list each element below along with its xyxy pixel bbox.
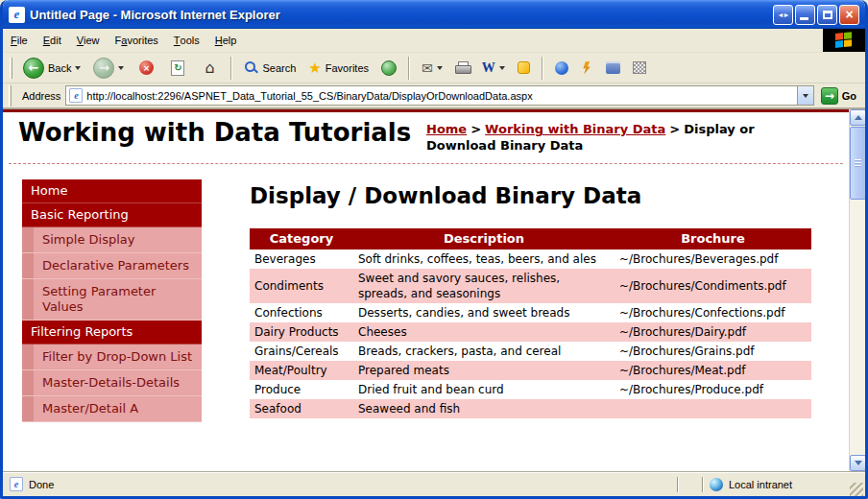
sidebar-item-setting-parameter-values[interactable]: Setting Parameter Values [22, 279, 202, 321]
mail-button[interactable]: ✉ [417, 59, 447, 78]
mail-dropdown-icon [437, 66, 443, 70]
menu-edit[interactable]: Edit [36, 29, 69, 52]
sidebar-item-master-details-details[interactable]: Master-Details-Details [22, 370, 202, 396]
arrow-down-icon [855, 461, 862, 465]
resize-grip[interactable] [850, 483, 863, 496]
mail-icon: ✉ [422, 60, 433, 76]
edit-dropdown-icon [499, 66, 505, 70]
print-icon [455, 61, 470, 74]
search-icon [244, 60, 258, 75]
refresh-icon: ↻ [171, 60, 184, 76]
sidebar-item-master-detail[interactable]: Master/Detail A [22, 396, 202, 422]
menu-tools[interactable]: Tools [166, 29, 207, 52]
arrow-up-icon [855, 115, 862, 120]
column-header-brochure: Brochure [615, 228, 811, 250]
breadcrumb-section-link[interactable]: Working with Binary Data [485, 122, 665, 136]
home-button[interactable]: ⌂ [195, 57, 224, 80]
back-button[interactable]: ← Back [18, 56, 85, 81]
address-input[interactable]: e http://localhost:2296/ASPNET_Data_Tuto… [65, 85, 813, 106]
window-arrows-button[interactable]: ◄► [773, 5, 793, 25]
forward-dropdown-icon [118, 66, 124, 70]
favorites-button[interactable]: ★ Favorites [303, 58, 374, 79]
arrows-icon: ◄► [778, 12, 789, 18]
sidebar-item-filter-by-dropdown-list[interactable]: Filter by Drop-Down List [22, 345, 202, 370]
stop-button[interactable]: × [132, 57, 160, 80]
security-zone-pane: Local intranet [706, 478, 848, 491]
toolbar-extra-button-1[interactable] [550, 59, 573, 77]
sidebar-item-filtering-reports[interactable]: Filtering Reports [22, 321, 202, 345]
chevron-down-icon [803, 94, 808, 98]
home-icon: ⌂ [200, 59, 219, 78]
stop-icon: × [139, 60, 154, 75]
back-label: Back [48, 62, 71, 74]
close-button[interactable]: × [839, 5, 859, 25]
status-empty-pane [681, 476, 700, 493]
cell-brochure: ~/Brochures/Grains.pdf [615, 342, 811, 361]
addressbar-grip[interactable] [9, 85, 12, 107]
research-icon [606, 61, 620, 74]
table-row: Dairy Products Cheeses ~/Brochures/Dairy… [250, 322, 811, 342]
menu-help[interactable]: Help [207, 29, 245, 52]
vertical-scrollbar[interactable] [849, 109, 865, 471]
toolbar-grip[interactable] [10, 58, 12, 79]
cell-brochure: ~/Brochures/Produce.pdf [615, 380, 811, 399]
status-text: Done [29, 479, 54, 490]
cell-category: Beverages [250, 250, 353, 269]
scrollbar-thumb[interactable] [850, 127, 866, 200]
go-button[interactable]: → Go [819, 87, 862, 105]
forward-button[interactable]: → [88, 56, 129, 81]
menu-view[interactable]: View [69, 29, 108, 52]
cell-category: Produce [250, 380, 353, 399]
toolbar-separator [542, 57, 543, 80]
maximize-button[interactable] [817, 5, 837, 25]
cell-brochure: ~/Brochures/Meat.pdf [615, 361, 811, 380]
sidebar-item-simple-display[interactable]: Simple Display [22, 227, 202, 253]
menu-favorites[interactable]: Favorites [108, 29, 166, 52]
breadcrumb-separator: > [669, 122, 680, 136]
favorites-star-icon: ★ [308, 59, 321, 77]
cell-description: Soft drinks, coffees, teas, beers, and a… [353, 250, 615, 269]
scroll-down-button[interactable] [850, 455, 866, 471]
url-text[interactable]: http://localhost:2296/ASPNET_Data_Tutori… [86, 90, 792, 102]
address-dropdown-button[interactable] [797, 86, 813, 105]
menu-file[interactable]: File [3, 29, 36, 52]
status-bar: e Done Local intranet [3, 471, 865, 496]
sidebar-item-home[interactable]: Home [22, 179, 202, 203]
toolbar-separator [230, 57, 232, 80]
toolbar-extra-button-3[interactable] [601, 59, 625, 76]
search-button[interactable]: Search [239, 59, 301, 77]
window-buttons: ◄► × [773, 5, 859, 25]
cell-category: Seafood [250, 399, 353, 418]
edit-with-word-button[interactable]: W [477, 59, 510, 78]
browser-window: e Untitled Page - Microsoft Internet Exp… [0, 0, 868, 499]
sidebar-item-declarative-parameters[interactable]: Declarative Parameters [22, 253, 202, 279]
search-label: Search [262, 62, 296, 74]
column-header-description: Description [353, 228, 615, 250]
refresh-button[interactable]: ↻ [163, 57, 192, 80]
breadcrumb-home-link[interactable]: Home [426, 122, 467, 136]
messenger-icon [518, 61, 530, 74]
print-button[interactable] [450, 59, 474, 76]
table-row: Produce Dried fruit and bean curd ~/Broc… [250, 380, 811, 399]
content-columns: Home Basic Reporting Simple Display Decl… [3, 164, 849, 471]
forward-icon: → [93, 58, 114, 79]
cell-brochure: ~/Brochures/Dairy.pdf [615, 322, 811, 342]
cell-category: Confections [250, 303, 353, 322]
sidebar-item-basic-reporting[interactable]: Basic Reporting [22, 203, 202, 227]
messenger-button[interactable] [513, 59, 535, 76]
security-zone-label: Local intranet [729, 479, 792, 490]
scroll-up-button[interactable] [850, 109, 866, 126]
column-header-category: Category [250, 228, 353, 250]
lightning-icon [581, 61, 593, 75]
toolbar-extra-button-4[interactable] [628, 59, 651, 76]
toolbar-extra-button-2[interactable] [576, 59, 598, 77]
history-button[interactable] [376, 59, 401, 78]
cell-description: Breads, crackers, pasta, and cereal [353, 342, 615, 361]
globe-icon [555, 61, 568, 75]
cell-brochure: ~/Brochures/Beverages.pdf [615, 250, 811, 269]
history-icon [381, 60, 397, 76]
go-label: Go [842, 90, 856, 102]
back-dropdown-icon [75, 66, 81, 70]
standard-toolbar: ← Back → × ↻ ⌂ Search ★ Favorites [3, 53, 865, 83]
minimize-button[interactable] [795, 5, 815, 25]
